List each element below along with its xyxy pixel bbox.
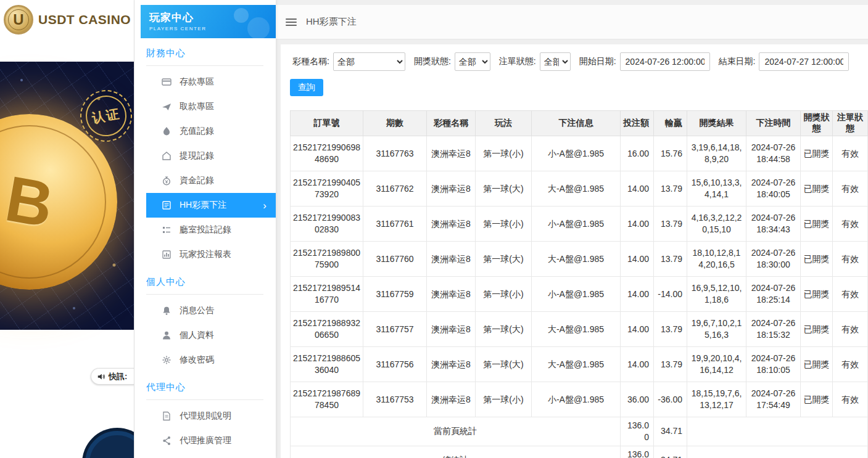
cell-period: 31167756 xyxy=(363,347,427,382)
section-title: 個人中心 xyxy=(146,276,263,295)
col-header-draw-status: 開獎狀態 xyxy=(801,111,833,136)
sidebar-item-agent-rules[interactable]: 代理規則說明 xyxy=(146,404,276,428)
sidebar-item-label: 玩家投注報表 xyxy=(180,249,231,260)
cell-period: 31167757 xyxy=(363,312,427,347)
cell-order-no: 2152172199040573920 xyxy=(291,171,363,207)
sidebar-item-deposit[interactable]: 存款專區 xyxy=(146,70,276,94)
cell-draw-result: 4,16,3,2,12,20,15,10 xyxy=(687,207,746,242)
draw-status-select[interactable]: 全部 xyxy=(455,52,490,71)
sidebar-item-label: 個人資料 xyxy=(180,330,214,341)
cell-bet-amount: 16.00 xyxy=(621,136,654,171)
page-title: HH彩票下注 xyxy=(306,16,357,28)
page-total-empty xyxy=(687,417,868,446)
menu-toggle-icon[interactable] xyxy=(286,17,297,28)
cell-play: 第一球(小) xyxy=(476,277,532,312)
cell-draw-result: 19,9,20,10,4,16,14,12 xyxy=(687,347,746,382)
bitcoin-letter: B xyxy=(0,162,59,242)
table-row: 215217219895141677031167759澳洲幸运8第一球(小)小-… xyxy=(291,277,868,312)
table-row: 215217219906984869031167763澳洲幸运8第一球(小)小-… xyxy=(291,136,868,171)
cell-period: 31167759 xyxy=(363,277,427,312)
cell-period: 31167760 xyxy=(363,242,427,277)
brand-coin-letter: U xyxy=(13,11,23,28)
cell-bet-time: 2024-07-26 18:44:58 xyxy=(746,136,801,171)
section-title: 財務中心 xyxy=(146,47,263,66)
cell-lottery-name: 澳洲幸运8 xyxy=(427,207,476,242)
sidebar-nav: 財務中心存款專區取款專區充值記錄提現記錄資金記錄HH彩票下注›廳室投註記錄玩家投… xyxy=(134,47,276,453)
content-card: 彩種名稱: 全部 開獎狀態: 全部 注單狀態: 全部 開始日期: 結束日期: 查… xyxy=(281,44,868,458)
cell-bet-time: 2024-07-26 17:54:49 xyxy=(746,382,801,417)
table-header-row: 訂單號期數彩種名稱玩法下注信息投注額輸贏開獎結果下注時間開獎狀態注單狀態 xyxy=(291,111,868,136)
cell-play: 第一球(大) xyxy=(476,312,532,347)
sidebar-item-hh-lottery-bet[interactable]: HH彩票下注› xyxy=(146,193,276,218)
cell-lottery-name: 澳洲幸运8 xyxy=(427,312,476,347)
cell-bet-time: 2024-07-26 18:25:14 xyxy=(746,277,801,312)
sidebar-item-label: 資金記錄 xyxy=(180,175,214,186)
sidebar-item-recharge-record[interactable]: 充值記錄 xyxy=(146,119,276,144)
cell-play: 第一球(大) xyxy=(476,171,532,207)
page-total-winloss: 34.71 xyxy=(654,417,687,446)
bets-table: 訂單號期數彩種名稱玩法下注信息投注額輸贏開獎結果下注時間開獎狀態注單狀態 215… xyxy=(290,110,868,458)
sidebar-item-withdraw[interactable]: 取款專區 xyxy=(146,94,276,119)
room-record-icon xyxy=(162,225,172,235)
brand-logo[interactable]: U USDT CASINO xyxy=(0,0,134,39)
end-date-input[interactable] xyxy=(759,52,849,71)
cell-lottery-name: 澳洲幸运8 xyxy=(427,277,476,312)
order-status-select[interactable]: 全部 xyxy=(540,52,571,71)
col-header-order-status: 注單狀態 xyxy=(833,111,868,136)
cell-bet-time: 2024-07-26 18:40:05 xyxy=(746,171,801,207)
sidebar-item-agent-promotion[interactable]: 代理推廣管理 xyxy=(146,428,276,453)
start-date-input[interactable] xyxy=(620,52,710,71)
sidebar: 玩家中心 PLAYERS CENTER 財務中心存款專區取款專區充值記錄提現記錄… xyxy=(134,0,276,458)
sidebar-item-cashout-record[interactable]: 提現記錄 xyxy=(146,144,276,168)
cell-draw-status: 已開獎 xyxy=(801,207,833,242)
sidebar-header-title: 玩家中心 xyxy=(149,10,276,25)
page-total-label: 當前頁統計 xyxy=(291,417,621,446)
sidebar-header: 玩家中心 PLAYERS CENTER xyxy=(141,5,276,38)
bottom-logo-circle xyxy=(85,431,134,458)
cell-lottery-name: 澳洲幸运8 xyxy=(427,136,476,171)
cell-bet-info: 大-A盤@1.985 xyxy=(532,242,621,277)
table-row: 215217219898007590031167760澳洲幸运8第一球(大)大-… xyxy=(291,242,868,277)
share-icon xyxy=(162,436,172,446)
cell-bet-time: 2024-07-26 18:30:00 xyxy=(746,242,801,277)
col-header-period: 期數 xyxy=(363,111,427,136)
cell-lottery-name: 澳洲幸运8 xyxy=(427,171,476,207)
cell-period: 31167762 xyxy=(363,171,427,207)
sidebar-item-label: 提現記錄 xyxy=(180,150,214,162)
lottery-select[interactable]: 全部 xyxy=(333,52,405,71)
cell-win-loss: 13.79 xyxy=(654,347,687,382)
sidebar-item-change-password[interactable]: 修改密碼 xyxy=(146,348,276,372)
bell-icon xyxy=(162,306,172,316)
cell-win-loss: 13.79 xyxy=(654,171,687,207)
cell-play: 第一球(小) xyxy=(476,207,532,242)
cell-win-loss: 13.79 xyxy=(654,312,687,347)
cell-order-no: 2152172198980075900 xyxy=(291,242,363,277)
end-date-label: 結束日期: xyxy=(719,56,756,67)
sidebar-item-fund-record[interactable]: 資金記錄 xyxy=(146,168,276,193)
sidebar-item-profile[interactable]: 個人資料 xyxy=(146,323,276,348)
order-status-filter-label: 注單狀態: xyxy=(499,56,536,67)
cell-bet-info: 小-A盤@1.985 xyxy=(532,382,621,417)
sidebar-item-label: 存款專區 xyxy=(180,76,214,88)
cell-draw-result: 18,10,12,8,14,20,16,5 xyxy=(687,242,746,277)
sidebar-item-player-bet-report[interactable]: 玩家投注報表 xyxy=(146,242,276,267)
main-area: HH彩票下注 彩種名稱: 全部 開獎狀態: 全部 注單狀態: 全部 開始日期: … xyxy=(276,0,868,458)
news-ticker-toggle[interactable]: 快訊: xyxy=(91,368,134,385)
cell-period: 31167763 xyxy=(363,136,427,171)
cell-play: 第一球(小) xyxy=(476,382,532,417)
query-button[interactable]: 查詢 xyxy=(290,79,323,96)
cell-lottery-name: 澳洲幸运8 xyxy=(427,347,476,382)
brand-coin-icon: U xyxy=(4,5,33,35)
cell-period: 31167753 xyxy=(363,382,427,417)
cell-draw-result: 15,6,10,13,3,4,14,1 xyxy=(687,171,746,207)
cell-bet-amount: 14.00 xyxy=(621,207,654,242)
sidebar-item-messages[interactable]: 消息公告 xyxy=(146,298,276,323)
brand-name: USDT CASINO xyxy=(38,12,131,27)
cell-order-status: 有效 xyxy=(833,207,868,242)
table-row: 215217219886053604031167756澳洲幸运8第一球(大)大-… xyxy=(291,347,868,382)
sidebar-item-room-bet-record[interactable]: 廳室投註記錄 xyxy=(146,218,276,242)
lottery-filter-label: 彩種名稱: xyxy=(292,56,329,67)
grand-total-label: 總統計 xyxy=(291,446,621,458)
cell-win-loss: 15.76 xyxy=(654,136,687,171)
cell-bet-info: 大-A盤@1.985 xyxy=(532,312,621,347)
